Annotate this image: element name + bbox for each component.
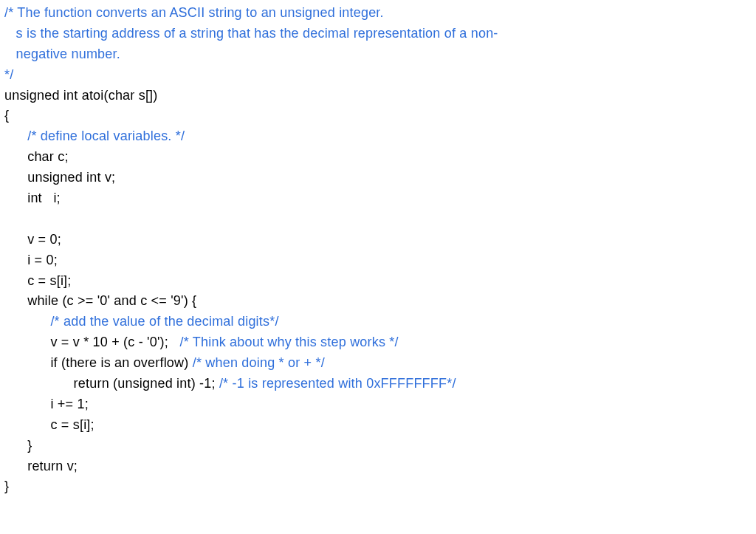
code-line-close-brace-loop: } xyxy=(4,438,32,453)
code-line-i-incr: i += 1; xyxy=(4,397,89,411)
code-line-func-decl: unsigned int atoi(char s[]) xyxy=(4,88,158,103)
code-line-while: while (c >= '0' and c <= '9') { xyxy=(4,293,196,308)
code-line-return-v: return v; xyxy=(4,459,78,473)
comment-local-vars: /* define local variables. */ xyxy=(27,129,185,143)
code-line-i-zero: i = 0; xyxy=(4,253,58,267)
comment-think: /* Think about why this step works */ xyxy=(180,335,399,349)
comment-line-4: */ xyxy=(4,67,13,82)
comment-overflow: /* when doing * or + */ xyxy=(193,355,325,370)
comment-line-3: negative number. xyxy=(4,47,120,61)
comment-line-2: s is the starting address of a string th… xyxy=(4,26,498,41)
code-line-accum: v = v * 10 + (c - '0'); xyxy=(4,335,180,349)
code-line-open-brace: { xyxy=(4,108,9,123)
code-indent xyxy=(4,129,27,143)
code-indent-2 xyxy=(4,314,50,329)
code-line-char-c: char c; xyxy=(4,149,69,164)
code-block: /* The function converts an ASCII string… xyxy=(0,0,756,500)
comment-neg1-hex: /* -1 is represented with 0xFFFFFFFF*/ xyxy=(219,376,456,391)
comment-line-1: /* The function converts an ASCII string… xyxy=(4,5,384,20)
code-line-close-brace-func: } xyxy=(4,479,9,493)
comment-add-digits: /* add the value of the decimal digits*/ xyxy=(50,314,278,329)
code-line-v-zero: v = 0; xyxy=(4,232,61,247)
code-line-if-overflow: if (there is an overflow) xyxy=(4,355,193,370)
code-line-return-neg1: return (unsigned int) -1; xyxy=(4,376,219,391)
code-line-int-i: int i; xyxy=(4,191,61,205)
code-line-c-si-again: c = s[i]; xyxy=(4,417,94,432)
code-line-c-si: c = s[i]; xyxy=(4,273,72,288)
code-line-uint-v: unsigned int v; xyxy=(4,170,115,185)
